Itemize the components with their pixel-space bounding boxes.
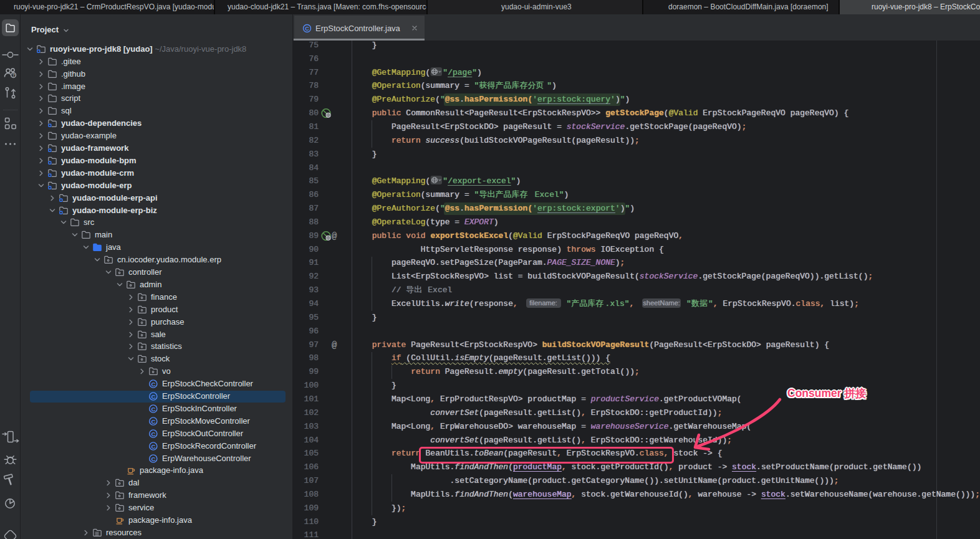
svg-text:C: C	[151, 455, 155, 462]
svg-text:C: C	[151, 405, 155, 412]
svg-text:C: C	[151, 442, 155, 449]
svg-text:C: C	[151, 430, 155, 437]
svg-text:?: ?	[12, 72, 15, 78]
svg-text:C: C	[151, 393, 155, 400]
svg-text:C: C	[305, 26, 309, 32]
svg-text:C: C	[151, 381, 155, 388]
svg-text:C: C	[151, 417, 155, 424]
